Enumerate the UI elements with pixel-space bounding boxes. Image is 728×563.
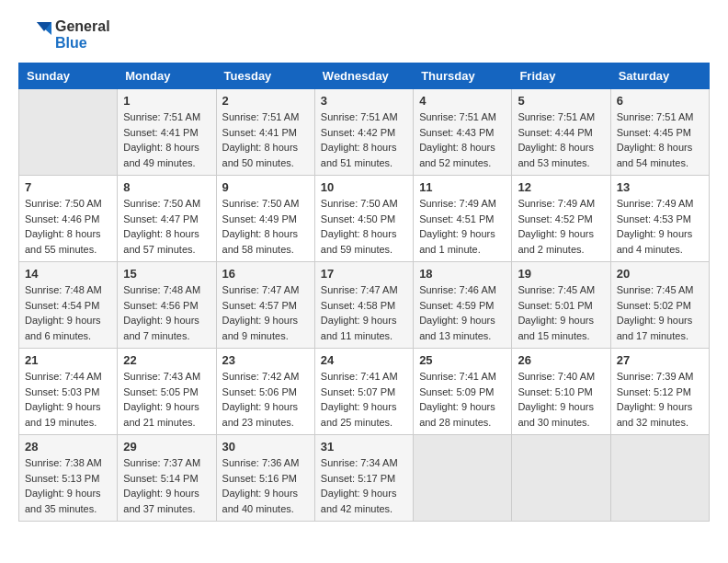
calendar-day-cell: 28Sunrise: 7:38 AMSunset: 5:13 PMDayligh…: [19, 435, 118, 522]
day-number: 22: [123, 353, 210, 367]
sunset-text: Sunset: 5:02 PM: [617, 300, 691, 311]
day-info: Sunrise: 7:38 AMSunset: 5:13 PMDaylight:…: [25, 455, 111, 516]
calendar-body: 1Sunrise: 7:51 AMSunset: 4:41 PMDaylight…: [19, 89, 710, 522]
calendar-week-row: 7Sunrise: 7:50 AMSunset: 4:46 PMDaylight…: [19, 176, 710, 262]
sunset-text: Sunset: 5:10 PM: [518, 386, 592, 397]
day-number: 23: [222, 353, 309, 367]
sunrise-text: Sunrise: 7:50 AM: [123, 198, 200, 209]
logo-bird-icon: [18, 18, 51, 52]
sunrise-text: Sunrise: 7:49 AM: [518, 198, 595, 209]
daylight-text: Daylight: 8 hours and 55 minutes.: [25, 228, 101, 255]
calendar-day-cell: 11Sunrise: 7:49 AMSunset: 4:51 PMDayligh…: [414, 176, 512, 262]
calendar-week-row: 1Sunrise: 7:51 AMSunset: 4:41 PMDaylight…: [19, 89, 710, 176]
calendar-day-cell: 17Sunrise: 7:47 AMSunset: 4:58 PMDayligh…: [314, 262, 413, 349]
sunset-text: Sunset: 5:03 PM: [25, 386, 99, 397]
day-info: Sunrise: 7:42 AMSunset: 5:06 PMDaylight:…: [222, 369, 309, 430]
day-number: 8: [123, 180, 210, 194]
daylight-text: Daylight: 8 hours and 53 minutes.: [518, 142, 594, 168]
calendar-day-cell: 14Sunrise: 7:48 AMSunset: 4:54 PMDayligh…: [19, 262, 118, 349]
day-number: 16: [222, 267, 309, 281]
sunset-text: Sunset: 4:56 PM: [123, 300, 198, 311]
sunset-text: Sunset: 4:54 PM: [25, 300, 99, 311]
day-info: Sunrise: 7:51 AMSunset: 4:45 PMDaylight:…: [617, 109, 703, 170]
calendar-day-cell: 3Sunrise: 7:51 AMSunset: 4:42 PMDaylight…: [314, 89, 413, 176]
day-number: 12: [518, 180, 604, 194]
daylight-text: Daylight: 9 hours and 2 minutes.: [518, 228, 594, 255]
calendar-day-cell: 16Sunrise: 7:47 AMSunset: 4:57 PMDayligh…: [216, 262, 314, 349]
daylight-text: Daylight: 9 hours and 25 minutes.: [321, 401, 397, 428]
daylight-text: Daylight: 9 hours and 4 minutes.: [617, 228, 693, 255]
sunrise-text: Sunrise: 7:36 AM: [222, 457, 300, 468]
day-info: Sunrise: 7:51 AMSunset: 4:41 PMDaylight:…: [222, 109, 309, 170]
sunrise-text: Sunrise: 7:51 AM: [222, 111, 300, 122]
calendar-day-cell: 2Sunrise: 7:51 AMSunset: 4:41 PMDaylight…: [216, 89, 314, 176]
daylight-text: Daylight: 9 hours and 19 minutes.: [25, 401, 101, 428]
sunset-text: Sunset: 4:53 PM: [617, 213, 691, 224]
sunrise-text: Sunrise: 7:51 AM: [419, 111, 496, 122]
sunset-text: Sunset: 4:42 PM: [321, 127, 395, 138]
calendar-week-row: 14Sunrise: 7:48 AMSunset: 4:54 PMDayligh…: [19, 262, 710, 349]
sunrise-text: Sunrise: 7:50 AM: [222, 198, 300, 209]
sunset-text: Sunset: 4:49 PM: [222, 213, 297, 224]
day-number: 27: [617, 353, 703, 367]
day-info: Sunrise: 7:49 AMSunset: 4:51 PMDaylight:…: [419, 196, 506, 257]
sunset-text: Sunset: 4:44 PM: [518, 127, 592, 138]
day-number: 14: [25, 267, 111, 281]
daylight-text: Daylight: 9 hours and 7 minutes.: [123, 315, 199, 341]
calendar-day-cell: 9Sunrise: 7:50 AMSunset: 4:49 PMDaylight…: [216, 176, 314, 262]
sunset-text: Sunset: 4:52 PM: [518, 213, 592, 224]
sunrise-text: Sunrise: 7:39 AM: [617, 371, 694, 382]
day-info: Sunrise: 7:43 AMSunset: 5:05 PMDaylight:…: [123, 369, 210, 430]
day-info: Sunrise: 7:47 AMSunset: 4:58 PMDaylight:…: [321, 282, 407, 343]
daylight-text: Daylight: 9 hours and 6 minutes.: [25, 315, 101, 341]
day-number: 3: [321, 94, 407, 108]
day-number: 6: [617, 94, 703, 108]
day-number: 2: [222, 94, 309, 108]
daylight-text: Daylight: 8 hours and 52 minutes.: [419, 142, 495, 168]
calendar-day-cell: 21Sunrise: 7:44 AMSunset: 5:03 PMDayligh…: [19, 349, 118, 435]
day-number: 1: [123, 94, 210, 108]
day-number: 21: [25, 353, 111, 367]
day-info: Sunrise: 7:48 AMSunset: 4:54 PMDaylight:…: [25, 282, 111, 343]
sunrise-text: Sunrise: 7:44 AM: [25, 371, 102, 382]
day-number: 5: [518, 94, 604, 108]
day-number: 13: [617, 180, 703, 194]
day-info: Sunrise: 7:37 AMSunset: 5:14 PMDaylight:…: [123, 455, 210, 516]
day-info: Sunrise: 7:36 AMSunset: 5:16 PMDaylight:…: [222, 455, 309, 516]
day-info: Sunrise: 7:50 AMSunset: 4:49 PMDaylight:…: [222, 196, 309, 257]
sunrise-text: Sunrise: 7:48 AM: [25, 284, 102, 295]
daylight-text: Daylight: 8 hours and 58 minutes.: [222, 228, 299, 255]
sunset-text: Sunset: 4:58 PM: [321, 300, 395, 311]
logo-blue: Blue: [55, 35, 110, 52]
sunrise-text: Sunrise: 7:49 AM: [419, 198, 496, 209]
daylight-text: Daylight: 8 hours and 59 minutes.: [321, 228, 397, 255]
day-info: Sunrise: 7:50 AMSunset: 4:50 PMDaylight:…: [321, 196, 407, 257]
day-number: 20: [617, 267, 703, 281]
calendar-day-cell: [414, 435, 512, 522]
calendar-day-cell: 1Sunrise: 7:51 AMSunset: 4:41 PMDaylight…: [118, 89, 216, 176]
calendar-day-cell: 26Sunrise: 7:40 AMSunset: 5:10 PMDayligh…: [512, 349, 610, 435]
sunset-text: Sunset: 5:13 PM: [25, 473, 99, 484]
sunrise-text: Sunrise: 7:38 AM: [25, 457, 102, 468]
day-info: Sunrise: 7:41 AMSunset: 5:09 PMDaylight:…: [419, 369, 506, 430]
sunrise-text: Sunrise: 7:45 AM: [518, 284, 595, 295]
day-number: 24: [321, 353, 407, 367]
day-number: 25: [419, 353, 506, 367]
sunrise-text: Sunrise: 7:51 AM: [617, 111, 694, 122]
weekday-header-row: SundayMondayTuesdayWednesdayThursdayFrid…: [19, 63, 710, 89]
sunset-text: Sunset: 4:51 PM: [419, 213, 494, 224]
daylight-text: Daylight: 9 hours and 17 minutes.: [617, 315, 693, 341]
calendar-day-cell: 27Sunrise: 7:39 AMSunset: 5:12 PMDayligh…: [610, 349, 709, 435]
calendar-day-cell: 13Sunrise: 7:49 AMSunset: 4:53 PMDayligh…: [610, 176, 709, 262]
calendar-day-cell: 22Sunrise: 7:43 AMSunset: 5:05 PMDayligh…: [118, 349, 216, 435]
page-header: General Blue: [18, 18, 710, 52]
sunset-text: Sunset: 5:05 PM: [123, 386, 198, 397]
sunset-text: Sunset: 4:50 PM: [321, 213, 395, 224]
sunset-text: Sunset: 5:09 PM: [419, 386, 494, 397]
calendar-day-cell: [19, 89, 118, 176]
sunset-text: Sunset: 4:43 PM: [419, 127, 494, 138]
sunset-text: Sunset: 5:01 PM: [518, 300, 592, 311]
day-number: 9: [222, 180, 309, 194]
daylight-text: Daylight: 9 hours and 37 minutes.: [123, 488, 199, 514]
sunrise-text: Sunrise: 7:41 AM: [321, 371, 398, 382]
